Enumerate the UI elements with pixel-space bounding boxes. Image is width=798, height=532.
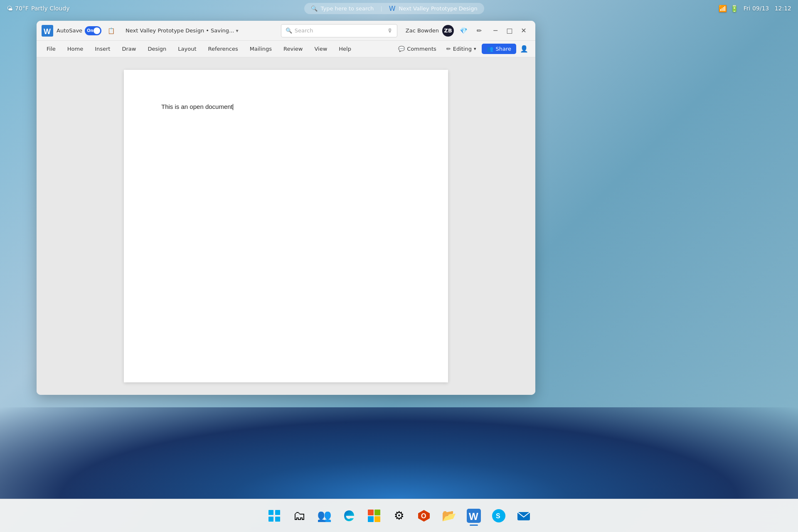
- svg-text:W: W: [469, 511, 478, 522]
- title-bar: W AutoSave On 📋 Next Valley Prototype De…: [37, 21, 535, 41]
- minimize-button[interactable]: ─: [489, 24, 502, 37]
- toggle-on-label: On: [87, 28, 94, 33]
- document-content[interactable]: This is an open document: [161, 103, 411, 110]
- doc-info-icon[interactable]: 📋: [105, 25, 117, 37]
- svg-rect-6: [368, 510, 374, 515]
- svg-text:O: O: [421, 512, 426, 520]
- battery-icon: 🔋: [730, 5, 739, 12]
- autosave-toggle[interactable]: On: [85, 26, 101, 35]
- svg-rect-3: [275, 510, 280, 515]
- taskbar-doc-title: Next Valley Prototype Design: [399, 5, 478, 12]
- document-page[interactable]: This is an open document: [124, 70, 448, 382]
- autosave-label: AutoSave: [57, 27, 82, 34]
- comments-button[interactable]: 💬 Comments: [394, 44, 440, 54]
- text-cursor: [233, 104, 233, 110]
- system-datetime: Fri 09/13 12:12: [744, 5, 791, 12]
- document-text: This is an open document: [161, 103, 233, 110]
- taskbar-office[interactable]: O: [413, 505, 435, 527]
- document-area[interactable]: This is an open document: [37, 57, 535, 395]
- tab-file[interactable]: File: [42, 43, 61, 54]
- collab-icon[interactable]: 👤: [518, 43, 530, 55]
- taskbar-mail[interactable]: [513, 505, 534, 527]
- search-box[interactable]: 🔍 Search 🎙: [281, 24, 397, 37]
- search-placeholder: Search: [295, 27, 313, 34]
- editing-icon: ✏️: [446, 46, 451, 52]
- taskbar-search-placeholder: Type here to search: [321, 5, 374, 12]
- desktop: 🌤 70°F Partly Cloudy 🔍 Type here to sear…: [0, 0, 798, 532]
- tab-draw[interactable]: Draw: [117, 43, 141, 54]
- mic-icon[interactable]: 🎙: [387, 27, 393, 34]
- tab-view[interactable]: View: [309, 43, 332, 54]
- weather-temp: 70°F: [15, 5, 29, 12]
- taskbar: 🗂 👥: [0, 499, 798, 532]
- editing-dropdown[interactable]: ▾: [474, 46, 476, 52]
- tab-review[interactable]: Review: [278, 43, 308, 54]
- svg-rect-9: [374, 516, 380, 522]
- comments-icon: 💬: [398, 46, 405, 52]
- weather-condition: Partly Cloudy: [31, 5, 70, 12]
- weather-widget[interactable]: 🌤 70°F Partly Cloudy: [7, 5, 69, 12]
- taskbar-files[interactable]: 📂: [438, 505, 460, 527]
- taskbar-start-button[interactable]: [264, 505, 285, 527]
- bloom-background: [0, 407, 798, 499]
- tray-icons: 📶 🔋: [719, 5, 739, 12]
- svg-text:W: W: [44, 27, 51, 36]
- weather-icon: 🌤: [7, 5, 12, 12]
- svg-rect-7: [374, 510, 380, 515]
- tab-insert[interactable]: Insert: [90, 43, 115, 54]
- taskbar-search-bar[interactable]: 🔍 Type here to search | W Next Valley Pr…: [304, 3, 484, 14]
- word-icon-tray: W: [389, 5, 396, 12]
- right-toolbar: 💬 Comments ✏️ Editing ▾ 👥 Share 👤: [394, 43, 530, 55]
- tab-references[interactable]: References: [203, 43, 243, 54]
- word-logo: W: [42, 25, 53, 37]
- user-area: Zac Bowden ZB 💎 ✏️: [406, 25, 485, 37]
- svg-rect-8: [368, 516, 374, 522]
- doc-title-area: Next Valley Prototype Design • Saving...…: [126, 27, 273, 34]
- svg-rect-5: [275, 517, 280, 522]
- tab-mailings[interactable]: Mailings: [245, 43, 277, 54]
- doc-title: Next Valley Prototype Design • Saving...: [126, 27, 234, 34]
- system-tray-right: 📶 🔋 Fri 09/13 12:12: [719, 5, 791, 12]
- taskbar-settings[interactable]: ⚙️: [388, 505, 410, 527]
- svg-text:S: S: [496, 512, 500, 520]
- search-icon: 🔍: [311, 5, 318, 12]
- autosave-area: AutoSave On: [57, 26, 101, 35]
- taskbar-skype[interactable]: S: [488, 505, 510, 527]
- close-button[interactable]: ✕: [517, 24, 530, 37]
- word-window: W AutoSave On 📋 Next Valley Prototype De…: [37, 21, 535, 395]
- user-initials: ZB: [444, 27, 452, 34]
- wifi-icon: 📶: [719, 5, 727, 12]
- doc-title-dropdown[interactable]: ▾: [236, 28, 238, 34]
- taskbar-store[interactable]: [363, 505, 385, 527]
- tab-layout[interactable]: Layout: [173, 43, 201, 54]
- search-icon-ribbon: 🔍: [286, 27, 292, 34]
- maximize-button[interactable]: □: [503, 24, 516, 37]
- system-tray: 🌤 70°F Partly Cloudy 🔍 Type here to sear…: [0, 0, 798, 17]
- share-icon: 👥: [487, 46, 493, 52]
- tab-help[interactable]: Help: [334, 43, 356, 54]
- pen-icon[interactable]: ✏️: [473, 25, 485, 37]
- user-name: Zac Bowden: [406, 27, 439, 34]
- tab-design[interactable]: Design: [143, 43, 171, 54]
- taskbar-teams[interactable]: 👥: [313, 505, 335, 527]
- taskbar-edge[interactable]: [338, 505, 360, 527]
- taskbar-file-explorer[interactable]: 🗂: [288, 505, 310, 527]
- ribbon-tabs: File Home Insert Draw Design Layout Refe…: [37, 41, 535, 57]
- svg-rect-2: [268, 510, 273, 515]
- share-button[interactable]: 👥 Share: [482, 44, 516, 54]
- user-avatar[interactable]: ZB: [442, 25, 454, 37]
- taskbar-word[interactable]: W: [463, 505, 485, 527]
- window-controls: ─ □ ✕: [489, 24, 530, 37]
- editing-button[interactable]: ✏️ Editing ▾: [442, 44, 480, 54]
- gem-icon[interactable]: 💎: [457, 25, 470, 37]
- svg-rect-4: [268, 517, 273, 522]
- toggle-knob: [94, 27, 100, 34]
- tab-home[interactable]: Home: [62, 43, 88, 54]
